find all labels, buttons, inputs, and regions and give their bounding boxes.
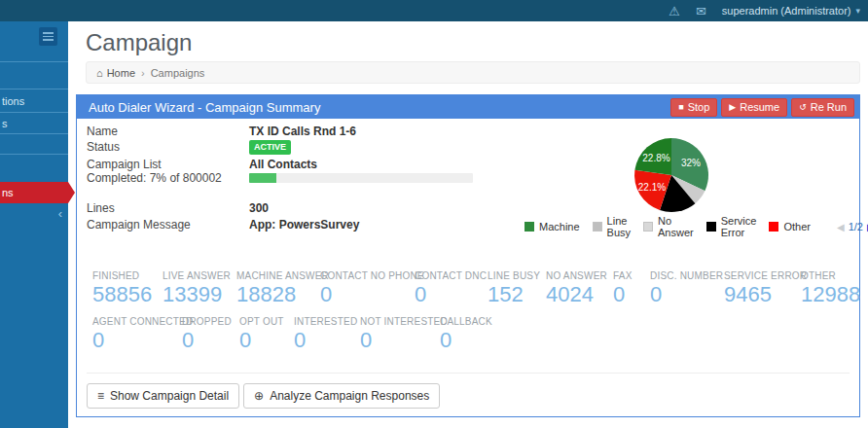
- sidebar: tionss ns ‹: [0, 21, 68, 428]
- stat-label: NOT INTERESTED: [360, 316, 448, 327]
- panel-button-resume[interactable]: ▶Resume: [721, 98, 787, 117]
- page-title: Campaign: [86, 29, 192, 56]
- stat-value: 0: [440, 329, 492, 352]
- panel-button-label: Stop: [688, 101, 710, 113]
- field-row-campaign-list: Campaign List All Contacts: [87, 158, 317, 171]
- stat-opt-out: OPT OUT0: [239, 316, 284, 352]
- breadcrumb-home-label: Home: [107, 67, 135, 79]
- breadcrumb-current: Campaigns: [151, 67, 205, 79]
- panel-action-buttons: ■Stop▶Resume↺Re Run: [667, 98, 854, 117]
- sidebar-menu: tionss: [0, 61, 68, 155]
- legend-item-machine: Machine: [524, 221, 580, 232]
- stat-value: 0: [182, 329, 232, 352]
- stat-line-busy: LINE BUSY152: [488, 270, 540, 306]
- legend-swatch: [769, 222, 778, 232]
- stat-value: 4024: [546, 283, 607, 306]
- footer-buttons: ≡Show Campaign Detail⊕Analyze Campaign R…: [87, 383, 440, 409]
- main-content: Campaign ⌂ Home › Campaigns Auto Dialer …: [68, 21, 868, 428]
- pie-slice-label: 22.8%: [642, 153, 669, 163]
- panel-body: Name TX ID Calls Rnd 1-6 Status ACTIVE C…: [77, 119, 859, 416]
- legend-swatch: [643, 222, 653, 232]
- user-label: superadmin (Administrator): [722, 5, 851, 17]
- campaign-summary-panel: Auto Dialer Wizard - Campaign Summary ■S…: [76, 94, 860, 417]
- breadcrumb-home-link[interactable]: ⌂ Home: [96, 67, 135, 79]
- sidebar-item[interactable]: [0, 133, 68, 155]
- stat-callback: CALLBACK0: [440, 316, 492, 352]
- legend-swatch: [706, 222, 716, 232]
- topbar-right-cluster: ⚠ ✉ superadmin (Administrator) ▾: [669, 0, 860, 21]
- legend-label: Machine: [539, 221, 580, 232]
- stat-label: CALLBACK: [440, 316, 492, 327]
- stat-label: AGENT CONNECTED: [92, 316, 193, 327]
- stat-label: LINE BUSY: [488, 270, 540, 281]
- legend-prev-icon[interactable]: ◀: [837, 222, 845, 232]
- stat-label: NO ANSWER: [546, 270, 607, 281]
- footer-button-label: Analyze Campaign Responses: [270, 389, 429, 403]
- legend-page-indicator: 1/2: [849, 221, 863, 232]
- panel-button-label: Re Run: [811, 101, 847, 113]
- sidebar-item[interactable]: s: [0, 112, 68, 133]
- sidebar-item-active[interactable]: ns: [0, 182, 68, 203]
- home-icon: ⌂: [96, 67, 103, 79]
- stat-label: DROPPED: [182, 316, 232, 327]
- stat-label: INTERESTED: [294, 316, 357, 327]
- analyze-campaign-responses-button[interactable]: ⊕Analyze Campaign Responses: [243, 383, 440, 409]
- stat-value: 0: [650, 283, 723, 306]
- stat-value: 0: [239, 329, 284, 352]
- stat-value: 58856: [92, 283, 152, 306]
- panel-button-re-run[interactable]: ↺Re Run: [791, 98, 854, 117]
- campaign-list-value: All Contacts: [249, 158, 317, 171]
- stat-service-error: SERVICE ERROR9465: [724, 270, 807, 306]
- sidebar-item[interactable]: [0, 61, 68, 89]
- show-campaign-detail-button[interactable]: ≡Show Campaign Detail: [87, 383, 239, 409]
- progress-bar-fill: [249, 173, 276, 183]
- panel-header: Auto Dialer Wizard - Campaign Summary ■S…: [77, 95, 859, 119]
- breadcrumb: ⌂ Home › Campaigns: [86, 61, 860, 84]
- list-icon: ≡: [97, 390, 104, 402]
- legend-label: Line Busy: [607, 215, 631, 238]
- mail-icon[interactable]: ✉: [696, 5, 706, 18]
- sidebar-item-label: ns: [2, 187, 14, 198]
- legend-label: Service Error: [721, 215, 757, 238]
- stat-value: 12988: [801, 283, 860, 306]
- field-label: Name: [87, 125, 249, 138]
- stat-value: 152: [488, 283, 540, 306]
- stats-row-1: FINISHED58856LIVE ANSWER13399MACHINE ANS…: [77, 270, 859, 313]
- top-navbar: ⚠ ✉ superadmin (Administrator) ▾: [0, 0, 868, 21]
- sidebar-collapse-icon[interactable]: ‹: [58, 206, 62, 221]
- chevron-down-icon: ▾: [855, 6, 860, 16]
- stat-value: 0: [360, 329, 448, 352]
- stat-value: 9465: [724, 283, 807, 306]
- legend-item-no-answer: No Answer: [643, 215, 694, 238]
- stat-label: OPT OUT: [239, 316, 284, 327]
- stat-label: MACHINE ANSWER: [236, 270, 329, 281]
- sidebar-item-label: tions: [2, 95, 24, 107]
- stat-contact-dnc: CONTACT DNC0: [415, 270, 487, 306]
- completed-label: Completed: 7% of 800002: [87, 171, 249, 185]
- legend-swatch: [524, 222, 534, 232]
- breadcrumb-separator: ›: [141, 67, 145, 79]
- user-menu[interactable]: superadmin (Administrator) ▾: [722, 5, 860, 17]
- stat-contact-no-phone: CONTACT NO PHONE0: [320, 270, 424, 306]
- stat-other: OTHER12988: [801, 270, 860, 306]
- pie-slice-label: 22.1%: [638, 182, 666, 193]
- alert-icon[interactable]: ⚠: [669, 5, 680, 18]
- stat-value: 13399: [163, 283, 231, 306]
- sidebar-item[interactable]: tions: [0, 89, 68, 112]
- stat-dropped: DROPPED0: [182, 316, 232, 352]
- stat-not-interested: NOT INTERESTED0: [360, 316, 448, 352]
- active-item-arrow: [68, 182, 75, 203]
- stat-value: 0: [415, 283, 487, 306]
- panel-button-stop[interactable]: ■Stop: [670, 98, 717, 117]
- sidebar-item-label: s: [2, 118, 8, 129]
- field-label: Status: [87, 140, 249, 154]
- stat-label: CONTACT NO PHONE: [320, 270, 424, 281]
- field-label: Lines: [87, 201, 249, 215]
- hamburger-menu-button[interactable]: [39, 27, 57, 46]
- panel-button-label: Resume: [740, 101, 779, 113]
- stat-machine-answer: MACHINE ANSWER18828: [236, 270, 329, 306]
- stat-finished: FINISHED58856: [92, 270, 152, 306]
- field-row-name: Name TX ID Calls Rnd 1-6: [87, 125, 356, 138]
- stat-interested: INTERESTED0: [294, 316, 357, 352]
- status-badge: ACTIVE: [249, 140, 291, 155]
